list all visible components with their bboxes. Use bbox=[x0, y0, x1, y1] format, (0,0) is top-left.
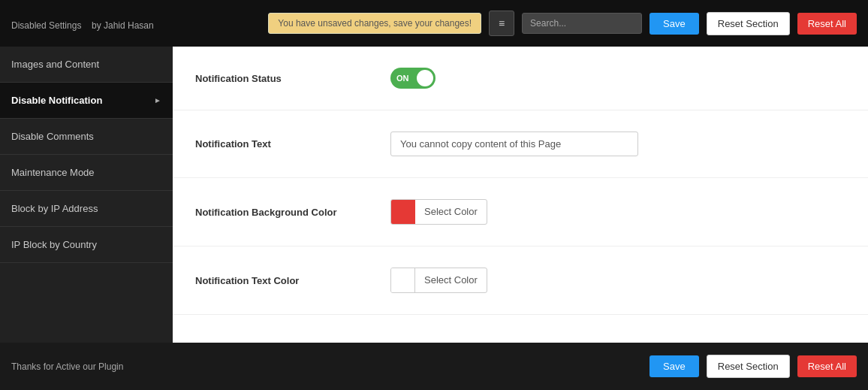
sidebar-item-label: Maintenance Mode bbox=[11, 167, 95, 178]
sidebar-item-label: Block by IP Address bbox=[11, 203, 98, 214]
sidebar-item-label: Images and Content bbox=[11, 59, 99, 70]
toggle-on-label: ON bbox=[396, 74, 409, 83]
sidebar: Images and Content Disable Notification … bbox=[0, 47, 173, 343]
menu-icon-button[interactable]: ≡ bbox=[489, 11, 514, 36]
chevron-right-icon: ► bbox=[154, 96, 161, 104]
notification-text-label: Notification Text bbox=[195, 138, 390, 150]
notification-bg-color-btn-label: Select Color bbox=[415, 200, 487, 224]
notification-status-control: ON bbox=[390, 68, 436, 89]
header-reset-all-button[interactable]: Reset All bbox=[797, 13, 857, 35]
search-input[interactable] bbox=[522, 13, 642, 34]
sidebar-item-maintenance-mode[interactable]: Maintenance Mode bbox=[0, 155, 173, 191]
sidebar-item-label: IP Block by Country bbox=[11, 239, 97, 250]
notification-text-color-row: Notification Text Color Select Color bbox=[173, 246, 868, 315]
notification-bg-color-button[interactable]: Select Color bbox=[390, 199, 487, 225]
footer-reset-all-button[interactable]: Reset All bbox=[797, 355, 857, 377]
notification-text-control bbox=[390, 132, 638, 156]
notification-status-label: Notification Status bbox=[195, 73, 390, 84]
content-area: Notification Status ON Notification Text… bbox=[173, 47, 868, 343]
app-title: Disabled Settings by Jahid Hasan bbox=[11, 15, 154, 32]
sidebar-item-label: Disable Notification bbox=[11, 95, 102, 106]
footer-reset-section-button[interactable]: Reset Section bbox=[707, 355, 790, 378]
sidebar-item-images-content[interactable]: Images and Content bbox=[0, 47, 173, 83]
sidebar-item-block-ip[interactable]: Block by IP Address bbox=[0, 191, 173, 227]
notification-text-color-control: Select Color bbox=[390, 268, 487, 293]
notification-text-color-button[interactable]: Select Color bbox=[390, 268, 487, 293]
notification-status-toggle[interactable]: ON bbox=[390, 68, 436, 89]
footer-credit: Thanks for Active our Plugin bbox=[11, 361, 642, 372]
sidebar-item-disable-comments[interactable]: Disable Comments bbox=[0, 119, 173, 155]
header-reset-section-button[interactable]: Reset Section bbox=[707, 12, 790, 35]
footer: Thanks for Active our Plugin Save Reset … bbox=[0, 343, 868, 390]
notification-bg-color-label: Notification Background Color bbox=[195, 207, 390, 218]
main-layout: Images and Content Disable Notification … bbox=[0, 47, 868, 343]
notification-text-row: Notification Text bbox=[173, 110, 868, 178]
app-title-text: Disabled Settings bbox=[11, 20, 81, 31]
notification-status-row: Notification Status ON bbox=[173, 47, 868, 110]
notification-text-color-btn-label: Select Color bbox=[415, 268, 487, 292]
sidebar-item-disable-notification[interactable]: Disable Notification ► bbox=[0, 83, 173, 119]
notification-bg-color-row: Notification Background Color Select Col… bbox=[173, 178, 868, 246]
notification-text-input[interactable] bbox=[390, 132, 638, 156]
toggle-knob bbox=[417, 70, 433, 86]
sidebar-item-label: Disable Comments bbox=[11, 131, 94, 142]
app-subtitle: by Jahid Hasan bbox=[92, 20, 154, 31]
notification-bg-color-control: Select Color bbox=[390, 199, 487, 225]
notification-text-color-label: Notification Text Color bbox=[195, 275, 390, 286]
footer-save-button[interactable]: Save bbox=[649, 355, 699, 377]
sidebar-item-ip-country[interactable]: IP Block by Country bbox=[0, 227, 173, 263]
unsaved-message: You have unsaved changes, save your chan… bbox=[268, 13, 481, 34]
notification-text-color-swatch bbox=[391, 268, 415, 292]
notification-bg-color-swatch bbox=[391, 200, 415, 224]
header-save-button[interactable]: Save bbox=[649, 13, 699, 35]
header: Disabled Settings by Jahid Hasan You hav… bbox=[0, 0, 868, 47]
